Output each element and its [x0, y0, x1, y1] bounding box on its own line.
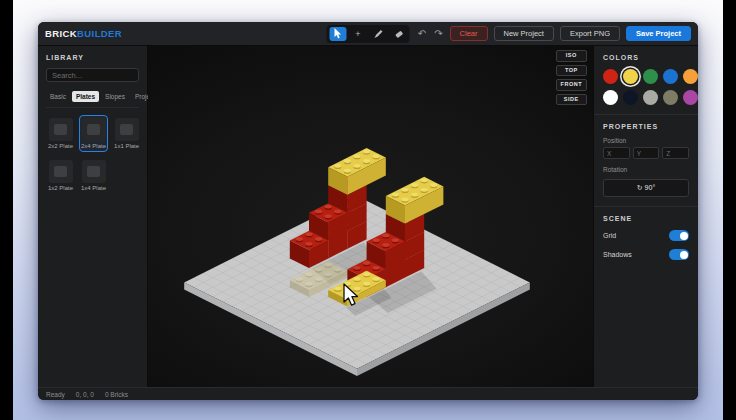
grid-toggle-row: Grid [603, 230, 689, 241]
main-area: LIBRARY Basic Plates Slopes Projects 2x2… [38, 46, 698, 387]
add-tool-button[interactable]: + [350, 27, 367, 41]
new-project-button[interactable]: New Project [494, 26, 554, 42]
position-label: Position [603, 137, 689, 144]
library-item-1x1-plate[interactable]: 1x1 Plate [112, 115, 141, 152]
properties-header: PROPERTIES [603, 123, 689, 130]
paint-tool-button[interactable] [370, 27, 387, 41]
erase-tool-button[interactable] [390, 27, 407, 41]
grid-label: Grid [603, 232, 616, 239]
brick-thumbnail [115, 118, 139, 141]
save-project-button[interactable]: Save Project [626, 26, 691, 42]
position-x-field[interactable] [603, 147, 630, 159]
color-swatch-yellow[interactable] [623, 69, 638, 84]
color-swatch-purple[interactable] [683, 90, 698, 105]
tab-basic[interactable]: Basic [46, 91, 70, 102]
status-state: Ready [46, 391, 65, 398]
plus-icon: + [355, 28, 360, 40]
properties-section: PROPERTIES Position Rotation ↻ 90° [594, 115, 698, 207]
grid-toggle[interactable] [669, 230, 689, 241]
library-item-2x2-plate[interactable]: 2x2 Plate [46, 115, 75, 152]
shadows-label: Shadows [603, 251, 632, 258]
rotation-label: Rotation [603, 166, 689, 173]
position-inputs [603, 147, 689, 159]
properties-sidebar: COLORS PROPERTIES Position [593, 46, 698, 387]
view-top-button[interactable]: TOP [556, 65, 587, 77]
color-swatch-olive[interactable] [663, 90, 678, 105]
top-bar-actions: ↶ ↷ Clear New Project Export PNG Save Pr… [417, 26, 691, 42]
library-item-2x4-plate[interactable]: 2x4 Plate [79, 115, 108, 152]
scene-section: SCENE Grid Shadows [594, 207, 698, 269]
redo-icon[interactable]: ↷ [433, 28, 443, 40]
library-grid: 2x2 Plate 2x4 Plate 1x1 Plate 1x2 Plate … [46, 115, 139, 194]
library-item-label: 1x2 Plate [48, 185, 73, 191]
toggle-knob [680, 251, 688, 259]
shadows-toggle-row: Shadows [603, 249, 689, 260]
position-y-field[interactable] [633, 147, 660, 159]
view-buttons: ISO TOP FRONT SIDE [556, 50, 587, 105]
brick-thumbnail [49, 160, 73, 183]
logo-builder: BUILDER [77, 28, 122, 39]
brick-scene-canvas[interactable] [148, 46, 593, 389]
library-item-label: 2x4 Plate [81, 143, 106, 149]
position-z-field[interactable] [662, 147, 689, 159]
colors-section: COLORS [594, 46, 698, 115]
export-png-button[interactable]: Export PNG [560, 26, 620, 42]
brick-thumbnail [82, 160, 106, 183]
brush-icon [373, 29, 383, 39]
library-tabs: Basic Plates Slopes Projects [46, 91, 139, 108]
color-swatch-red[interactable] [603, 69, 618, 84]
library-item-label: 2x2 Plate [48, 143, 73, 149]
view-front-button[interactable]: FRONT [556, 79, 587, 91]
clear-button[interactable]: Clear [450, 26, 488, 42]
colors-header: COLORS [603, 54, 689, 61]
color-swatch-white[interactable] [603, 90, 618, 105]
logo-brick: BRICK [45, 28, 77, 39]
library-item-1x2-plate[interactable]: 1x2 Plate [46, 157, 75, 194]
status-brick-count: 0 Bricks [105, 391, 128, 398]
tab-plates[interactable]: Plates [72, 91, 99, 102]
color-palette [603, 69, 689, 105]
library-header: LIBRARY [46, 54, 139, 61]
tab-slopes[interactable]: Slopes [101, 91, 129, 102]
undo-icon[interactable]: ↶ [417, 28, 427, 40]
viewport-3d[interactable]: ISO TOP FRONT SIDE [148, 46, 593, 387]
app-logo: BRICKBUILDER [45, 28, 122, 39]
view-side-button[interactable]: SIDE [556, 94, 587, 106]
toggle-knob [680, 232, 688, 240]
color-swatch-navy[interactable] [623, 90, 638, 105]
app-window: BRICKBUILDER + ↶ [38, 22, 698, 400]
eraser-icon [393, 29, 403, 39]
color-swatch-orange[interactable] [683, 69, 698, 84]
color-swatch-gray[interactable] [643, 90, 658, 105]
library-item-label: 1x1 Plate [114, 143, 139, 149]
color-swatch-blue[interactable] [663, 69, 678, 84]
brick-thumbnail [49, 118, 73, 141]
view-iso-button[interactable]: ISO [556, 50, 587, 62]
library-item-label: 1x4 Plate [81, 185, 106, 191]
cursor-icon [334, 28, 343, 39]
search-input[interactable] [46, 68, 139, 82]
shadows-toggle[interactable] [669, 249, 689, 260]
brick-thumbnail [82, 118, 106, 141]
status-coords: 0, 0, 0 [76, 391, 94, 398]
tool-group: + [327, 25, 410, 43]
select-tool-button[interactable] [330, 27, 347, 41]
rotate-90-button[interactable]: ↻ 90° [603, 179, 689, 197]
color-swatch-green[interactable] [643, 69, 658, 84]
scene-header: SCENE [603, 215, 689, 222]
library-item-1x4-plate[interactable]: 1x4 Plate [79, 157, 108, 194]
top-bar: BRICKBUILDER + ↶ [38, 22, 698, 46]
library-sidebar: LIBRARY Basic Plates Slopes Projects 2x2… [38, 46, 148, 387]
